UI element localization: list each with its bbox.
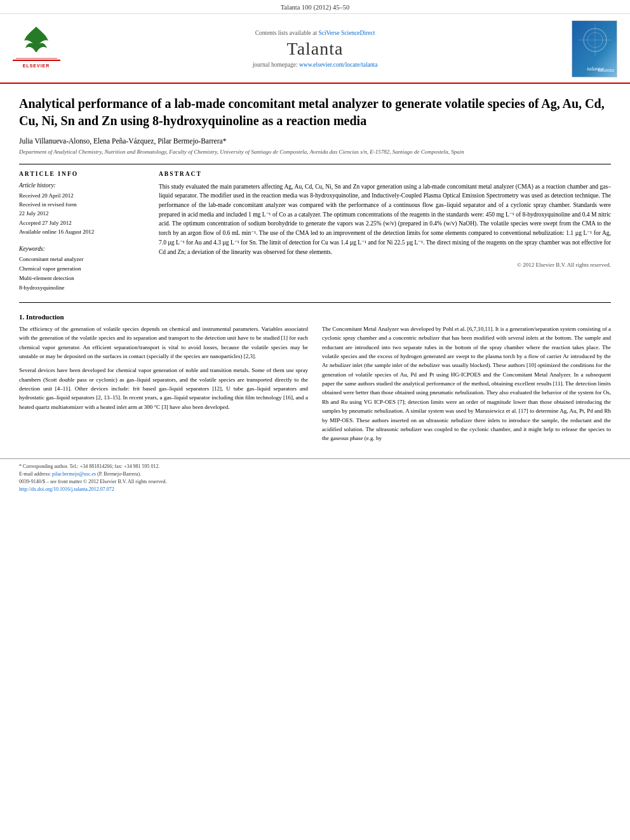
top-bar: Talanta 100 (2012) 45–50: [0, 0, 630, 14]
divider-1: [19, 164, 611, 164]
authors-text: Julia Villanueva-Alonso, Elena Peña-Vázq…: [19, 137, 226, 145]
svg-rect-0: [13, 60, 60, 61]
journal-center-block: Contents lists available at SciVerse Sci…: [64, 30, 566, 68]
section-number: 1.: [19, 313, 24, 321]
section-title-text: Introduction: [26, 313, 64, 321]
received-date: Received 20 April 2012: [19, 191, 146, 200]
svg-text:ELSEVIER: ELSEVIER: [23, 63, 50, 68]
keyword-4: 8-hydroxyquinoline: [19, 283, 146, 293]
footer-star-note: * Corresponding author. Tel.: +34 881814…: [19, 463, 611, 470]
footer-email-line: E-mail address: pilar.bermejo@usc.es (P.…: [19, 470, 611, 478]
revised-date: 22 July 2012: [19, 209, 146, 218]
homepage-link[interactable]: www.elsevier.com/locate/talanta: [299, 62, 377, 68]
article-info-heading: ARTICLE INFO: [19, 171, 146, 177]
article-footer: * Corresponding author. Tel.: +34 881814…: [0, 458, 630, 500]
main-content: 1. Introduction The efficiency of the ge…: [19, 313, 611, 448]
introduction-title: 1. Introduction: [19, 313, 611, 321]
copyright-line: © 2012 Elsevier B.V. All rights reserved…: [159, 262, 611, 268]
journal-cover: talanta: [566, 20, 617, 77]
keywords-section: Keywords: Concomitant metal analyzer Che…: [19, 246, 146, 293]
abstract-text: This study evaluated the main parameters…: [159, 182, 611, 257]
homepage-label: journal homepage:: [253, 62, 299, 68]
email-suffix: (P. Bermejo-Barrera).: [97, 471, 141, 477]
received-revised-label: Received in revised form: [19, 200, 146, 209]
abstract-heading: ABSTRACT: [159, 171, 611, 177]
history-label: Article history:: [19, 182, 146, 189]
available-date: Available online 16 August 2012: [19, 227, 146, 236]
contents-text: Contents lists available at: [255, 30, 319, 36]
article-info-col: ARTICLE INFO Article history: Received 2…: [19, 171, 146, 293]
journal-header: ELSEVIER Contents lists available at Sci…: [0, 14, 630, 84]
keywords-label: Keywords:: [19, 246, 146, 252]
article-title: Analytical performance of a lab-made con…: [19, 95, 611, 130]
authors-line: Julia Villanueva-Alonso, Elena Peña-Vázq…: [19, 137, 611, 145]
cover-svg: talanta: [572, 21, 617, 77]
contents-line: Contents lists available at SciVerse Sci…: [64, 30, 566, 36]
intro-left-col: The efficiency of the generation of vola…: [19, 324, 308, 448]
footer-issn: 0039-9140/$ – see front matter © 2012 El…: [19, 478, 611, 486]
citation-text: Talanta 100 (2012) 45–50: [281, 4, 350, 11]
intro-para-right-1: The Concomitant Metal Analyzer was devel…: [322, 324, 611, 443]
elsevier-svg-logo: ELSEVIER: [13, 22, 60, 76]
footer-doi: http://dx.doi.org/10.1016/j.talanta.2012…: [19, 486, 611, 493]
email-label: E-mail address:: [19, 471, 52, 477]
affiliation-text: Department of Analytical Chemistry, Nutr…: [19, 148, 611, 156]
sciverse-link[interactable]: SciVerse ScienceDirect: [318, 30, 375, 36]
keyword-1: Concomitant metal analyzer: [19, 255, 146, 264]
svg-text:talanta: talanta: [587, 65, 603, 72]
intro-para-1: The efficiency of the generation of vola…: [19, 324, 308, 361]
accepted-date: Accepted 27 July 2012: [19, 218, 146, 227]
doi-link[interactable]: http://dx.doi.org/10.1016/j.talanta.2012…: [19, 486, 114, 492]
intro-right-col: The Concomitant Metal Analyzer was devel…: [322, 324, 611, 448]
keyword-3: Multi-element detection: [19, 274, 146, 283]
info-abstract-cols: ARTICLE INFO Article history: Received 2…: [19, 171, 611, 293]
journal-title: Talanta: [64, 39, 566, 59]
intro-para-2: Several devices have been developed for …: [19, 366, 308, 411]
abstract-col: ABSTRACT This study evaluated the main p…: [159, 171, 611, 293]
cover-image: talanta: [572, 20, 617, 77]
journal-homepage: journal homepage: www.elsevier.com/locat…: [64, 62, 566, 68]
email-link[interactable]: pilar.bermejo@usc.es: [52, 471, 96, 477]
introduction-cols: The efficiency of the generation of vola…: [19, 324, 611, 448]
elsevier-logo: ELSEVIER: [13, 22, 64, 77]
keyword-2: Chemical vapor generation: [19, 264, 146, 274]
article-body: Analytical performance of a lab-made con…: [0, 95, 630, 448]
divider-2: [19, 302, 611, 303]
article-page: Talanta 100 (2012) 45–50 ELSEVIER Conten…: [0, 0, 630, 840]
